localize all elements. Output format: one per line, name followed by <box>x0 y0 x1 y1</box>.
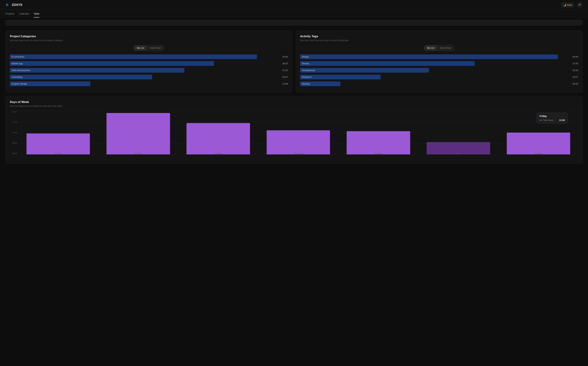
list-item: E-commerce 42:00 <box>10 54 288 59</box>
logo: ZOXYS <box>6 2 22 7</box>
tooltip-day: Friday <box>539 115 565 117</box>
bars-container: SundayMondayTuesdayWednesdayThursdayFrid… <box>19 111 578 159</box>
bar-col[interactable]: Friday <box>419 111 498 154</box>
bar-rect[interactable] <box>507 133 570 154</box>
list-item: Mobile App 36:53 <box>10 61 288 66</box>
bar-value: 56:00 <box>570 55 578 58</box>
bar-bg: E-commerce <box>10 54 257 59</box>
svg-point-0 <box>579 4 581 6</box>
days-of-week-title: Days of Week <box>10 100 578 104</box>
search-bar-area <box>0 18 588 28</box>
bar-bg: Consulting <box>10 75 152 79</box>
tooltip-row: Total Hours 11:58 <box>539 119 565 122</box>
project-categories-toggle: Bar List Donut Chart <box>133 45 164 51</box>
nav: Projects Calendar Stats <box>0 10 588 18</box>
project-categories-title: Project Categories <box>10 35 288 38</box>
activity-toggle-bar-list-btn[interactable]: Bar List <box>424 46 437 50</box>
activity-tags-title: Activity Tags <box>300 35 578 38</box>
bar-col[interactable]: Wednesday <box>259 111 338 154</box>
moon-icon: 🌙 <box>563 4 566 6</box>
tooltip-value: 11:58 <box>559 119 565 122</box>
bar-bg: Web Development <box>10 68 184 73</box>
bar-value: 13:58 <box>280 83 288 85</box>
list-item: Web Development 31:30 <box>10 68 288 73</box>
cards-row: Project Categories See how many hours yo… <box>6 30 582 92</box>
bar-col[interactable]: Thursday <box>339 111 418 154</box>
bar-bg: Design <box>300 54 558 59</box>
bar-label-container: Consulting <box>10 75 279 79</box>
activity-tags-subtitle: See how many hours you spent on each act… <box>300 39 578 42</box>
bar-value: 31:30 <box>280 69 288 72</box>
bar-label-container: Research <box>300 75 569 79</box>
theme-label: Dark <box>567 4 572 6</box>
toggle-bar-list-btn[interactable]: Bar List <box>134 46 147 50</box>
bar-label-container: Review <box>300 61 569 66</box>
chart-area: 36:0027:0018:0009:0000:00 SundayMondayTu… <box>10 111 578 159</box>
y-axis-label: 36:00 <box>10 111 19 113</box>
y-axis-label: 09:00 <box>10 142 19 144</box>
bar-day-label: Tuesday <box>215 152 222 154</box>
search-input[interactable] <box>6 20 582 25</box>
list-item: Review 37:05 <box>300 61 578 66</box>
bar-value: 37:05 <box>570 62 578 65</box>
tooltip-label: Total Hours <box>539 119 553 122</box>
bar-rect[interactable] <box>186 123 250 154</box>
bar-bg: Meeting <box>300 81 340 86</box>
bar-value: 36:53 <box>280 62 288 65</box>
bar-col[interactable]: Sunday <box>19 111 98 154</box>
bar-value: 26:26 <box>570 69 578 72</box>
chart-inner: 36:0027:0018:0009:0000:00 SundayMondayTu… <box>10 111 578 159</box>
nav-calendar[interactable]: Calendar <box>19 10 29 17</box>
list-item: Graphic Design 13:58 <box>10 81 288 86</box>
y-axis: 36:0027:0018:0009:0000:00 <box>10 111 19 154</box>
bar-day-label: Saturday <box>535 152 542 154</box>
project-categories-subtitle: See how many hours you spent on each pro… <box>10 39 288 42</box>
bar-day-label: Friday <box>456 152 461 154</box>
bar-bg: Graphic Design <box>10 81 90 86</box>
main-content: Project Categories See how many hours yo… <box>0 28 588 169</box>
list-item: Research 16:57 <box>300 75 578 79</box>
bar-label-container: Web Development <box>10 68 279 73</box>
header: ZOXYS 🌙 Dark <box>0 0 588 10</box>
activity-toggle-donut-chart-btn[interactable]: Donut Chart <box>437 46 454 50</box>
bar-value: 42:00 <box>280 55 288 58</box>
list-item: Development 26:26 <box>300 68 578 73</box>
nav-projects[interactable]: Projects <box>6 10 14 17</box>
bar-label-container: Meeting <box>300 81 569 86</box>
bar-rect[interactable] <box>267 130 330 154</box>
bar-day-label: Sunday <box>55 152 61 154</box>
activity-tags-toggle: Bar List Donut Chart <box>424 45 455 51</box>
bar-value: 04:00 <box>570 83 578 85</box>
bar-value: 26:07 <box>280 76 288 78</box>
bar-rect[interactable] <box>347 131 410 154</box>
bar-col[interactable]: Monday <box>98 111 178 154</box>
bar-rect[interactable] <box>27 133 90 154</box>
list-item: Meeting 04:00 <box>300 81 578 86</box>
activity-tags-bars: Design 56:00 Review 37:05 Development 26… <box>300 54 578 86</box>
theme-toggle[interactable]: 🌙 Dark <box>561 3 574 7</box>
settings-icon <box>578 3 581 6</box>
tooltip-dot-icon <box>539 120 542 121</box>
bar-bg: Research <box>300 75 381 79</box>
y-axis-label: 27:00 <box>10 121 19 123</box>
list-item: Consulting 26:07 <box>10 75 288 79</box>
bar-label-container: E-commerce <box>10 54 279 59</box>
bars-row: SundayMondayTuesdayWednesdayThursdayFrid… <box>19 111 578 159</box>
logo-text: ZOXYS <box>12 3 22 7</box>
toggle-donut-chart-btn[interactable]: Donut Chart <box>147 46 164 50</box>
nav-stats[interactable]: Stats <box>34 10 39 17</box>
bar-day-label: Monday <box>135 152 142 154</box>
y-axis-label: 18:00 <box>10 131 19 134</box>
bar-label-container: Mobile App <box>10 61 279 66</box>
bar-bg: Development <box>300 68 429 73</box>
tooltip-box: Friday Total Hours 11:58 <box>537 113 568 124</box>
days-of-week-card: Days of Week See how many hours you spen… <box>6 96 582 164</box>
days-of-week-subtitle: See how many hours you spent on each day… <box>10 105 578 107</box>
bar-col[interactable]: Tuesday <box>179 111 258 154</box>
bar-rect[interactable] <box>106 113 170 154</box>
header-right: 🌙 Dark <box>561 2 582 8</box>
settings-button[interactable] <box>577 2 582 8</box>
bar-label-container: Design <box>300 54 569 59</box>
list-item: Design 56:00 <box>300 54 578 59</box>
project-categories-card: Project Categories See how many hours yo… <box>6 30 292 92</box>
